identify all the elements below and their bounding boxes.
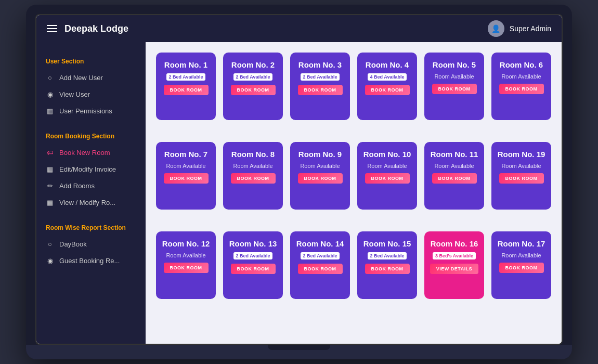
book-btn-10[interactable]: BOOK ROOM: [365, 173, 410, 184]
sidebar-item-user-permissions[interactable]: ▦ User Permissions: [36, 102, 146, 119]
sidebar-item-view-user[interactable]: ◉ View User: [36, 86, 146, 102]
bed-badge-16: 3 Bed's Available: [433, 252, 476, 259]
room-available-9: Room Available: [300, 163, 340, 169]
invoice-icon: ▦: [46, 165, 54, 173]
room-title-6: Room No. 6: [500, 60, 543, 70]
book-btn-3[interactable]: BOOK ROOM: [298, 85, 343, 95]
app-layout: User Section ○ Add New User ◉ View User …: [36, 42, 562, 344]
topnav-right: 👤 Super Admin: [488, 20, 551, 37]
room-card-8: Room No. 8Room AvailableBOOK ROOM: [223, 142, 283, 210]
room-card-9: Room No. 9Room AvailableBOOK ROOM: [290, 142, 350, 210]
eye-icon: ◉: [46, 90, 54, 98]
main-content: Room No. 12 Bed AvailableBOOK ROOMRoom N…: [146, 42, 562, 344]
booking-section-title: Room Booking Section: [36, 133, 146, 144]
sidebar: User Section ○ Add New User ◉ View User …: [36, 42, 146, 344]
room-title-7: Room No. 7: [164, 149, 207, 160]
room-title-16: Room No. 16: [431, 239, 478, 249]
book-btn-12[interactable]: BOOK ROOM: [164, 263, 209, 273]
lock-icon: ▦: [46, 107, 54, 115]
book-btn-13[interactable]: BOOK ROOM: [231, 264, 276, 274]
room-title-2: Room No. 2: [231, 60, 275, 70]
book-btn-11[interactable]: BOOK ROOM: [432, 173, 477, 184]
book-btn-14[interactable]: BOOK ROOM: [298, 264, 343, 274]
sidebar-item-guest-booking[interactable]: ◉ Guest Booking Re...: [36, 252, 146, 269]
bed-badge-1: 2 Bed Available: [166, 73, 206, 81]
book-btn-4[interactable]: BOOK ROOM: [365, 85, 410, 95]
book-btn-17[interactable]: BOOK ROOM: [499, 263, 544, 273]
book-btn-15[interactable]: BOOK ROOM: [365, 264, 410, 274]
bed-badge-4: 4 Bed Available: [368, 73, 407, 81]
room-title-12: Room No. 12: [162, 239, 210, 249]
laptop-screen: Deepak Lodge 👤 Super Admin User Section …: [35, 14, 563, 345]
room-title-11: Room No. 11: [431, 149, 478, 160]
room-title-3: Room No. 3: [298, 60, 342, 70]
topnav: Deepak Lodge 👤 Super Admin: [36, 15, 562, 42]
room-available-17: Room Available: [501, 252, 541, 258]
sidebar-label-view-user: View User: [59, 90, 90, 98]
room-available-10: Room Available: [367, 163, 407, 169]
room-card-19: Room No. 19Room AvailableBOOK ROOM: [491, 142, 551, 210]
book-btn-9[interactable]: BOOK ROOM: [298, 173, 343, 184]
bed-badge-15: 2 Bed Available: [368, 252, 407, 259]
room-card-17: Room No. 17Room AvailableBOOK ROOM: [491, 231, 551, 299]
room-card-15: Room No. 152 Bed AvailableBOOK ROOM: [357, 231, 417, 299]
tag-icon: 🏷: [46, 148, 54, 157]
sidebar-label-book-room: Book New Room: [59, 149, 110, 157]
book-btn-19[interactable]: BOOK ROOM: [499, 173, 544, 184]
book-btn-5[interactable]: BOOK ROOM: [432, 84, 477, 94]
room-title-10: Room No. 10: [363, 149, 411, 160]
room-available-12: Room Available: [166, 252, 205, 258]
pencil-icon: ✏: [46, 181, 54, 190]
room-card-16: Room No. 163 Bed's AvailableVIEW DETAILS: [424, 231, 484, 299]
room-card-14: Room No. 142 Bed AvailableBOOK ROOM: [290, 231, 350, 299]
book-btn-6[interactable]: BOOK ROOM: [499, 84, 544, 94]
room-available-19: Room Available: [501, 163, 541, 169]
bed-badge-14: 2 Bed Available: [301, 252, 340, 259]
user-add-icon: ○: [46, 73, 54, 82]
room-card-10: Room No. 10Room AvailableBOOK ROOM: [357, 142, 417, 210]
room-card-13: Room No. 132 Bed AvailableBOOK ROOM: [223, 231, 283, 299]
sidebar-label-add-rooms: Add Rooms: [59, 182, 95, 190]
section-gap: [156, 127, 551, 135]
room-card-6: Room No. 6Room AvailableBOOK ROOM: [491, 53, 551, 120]
room-title-17: Room No. 17: [498, 239, 545, 249]
sidebar-item-edit-invoice[interactable]: ▦ Edit/Modify Invoice: [36, 161, 146, 177]
grid-icon: ▦: [46, 198, 54, 206]
book-btn-7[interactable]: BOOK ROOM: [164, 173, 209, 184]
book-btn-16[interactable]: VIEW DETAILS: [430, 264, 478, 274]
laptop-frame: Deepak Lodge 👤 Super Admin User Section …: [26, 5, 572, 359]
room-card-2: Room No. 22 Bed AvailableBOOK ROOM: [223, 53, 283, 120]
room-title-19: Room No. 19: [498, 149, 545, 160]
sidebar-label-guest-booking: Guest Booking Re...: [59, 257, 120, 265]
sidebar-item-book-room[interactable]: 🏷 Book New Room: [36, 144, 146, 161]
book-btn-2[interactable]: BOOK ROOM: [231, 85, 276, 95]
room-available-6: Room Available: [501, 73, 541, 80]
sidebar-label-view-modify: View / Modify Ro...: [59, 199, 115, 206]
room-card-3: Room No. 32 Bed AvailableBOOK ROOM: [290, 53, 350, 120]
room-card-1: Room No. 12 Bed AvailableBOOK ROOM: [156, 53, 216, 120]
admin-name: Super Admin: [510, 24, 551, 33]
room-card-12: Room No. 12Room AvailableBOOK ROOM: [156, 231, 216, 299]
room-card-4: Room No. 44 Bed AvailableBOOK ROOM: [357, 53, 417, 120]
room-title-9: Room No. 9: [298, 149, 342, 160]
sidebar-item-add-rooms[interactable]: ✏ Add Rooms: [36, 177, 146, 194]
sidebar-label-permissions: User Permissions: [59, 107, 112, 115]
rooms-grid: Room No. 12 Bed AvailableBOOK ROOMRoom N…: [156, 53, 551, 299]
sidebar-label-daybook: DayBook: [59, 240, 87, 248]
avatar: 👤: [488, 20, 504, 37]
sidebar-item-add-user[interactable]: ○ Add New User: [36, 69, 146, 86]
hamburger-menu[interactable]: [47, 25, 57, 32]
topnav-left: Deepak Lodge: [47, 23, 128, 34]
bed-badge-3: 2 Bed Available: [301, 73, 340, 81]
daybook-icon: ○: [46, 240, 54, 248]
room-title-4: Room No. 4: [366, 60, 409, 70]
room-card-11: Room No. 11Room AvailableBOOK ROOM: [424, 142, 484, 210]
book-btn-1[interactable]: BOOK ROOM: [164, 85, 209, 95]
report-section-title: Room Wise Report Section: [36, 224, 146, 236]
room-card-7: Room No. 7Room AvailableBOOK ROOM: [156, 142, 216, 210]
book-btn-8[interactable]: BOOK ROOM: [231, 173, 276, 184]
section-gap: [156, 217, 551, 224]
sidebar-item-daybook[interactable]: ○ DayBook: [36, 236, 146, 252]
room-title-14: Room No. 14: [296, 239, 344, 249]
sidebar-item-view-modify[interactable]: ▦ View / Modify Ro...: [36, 194, 146, 211]
